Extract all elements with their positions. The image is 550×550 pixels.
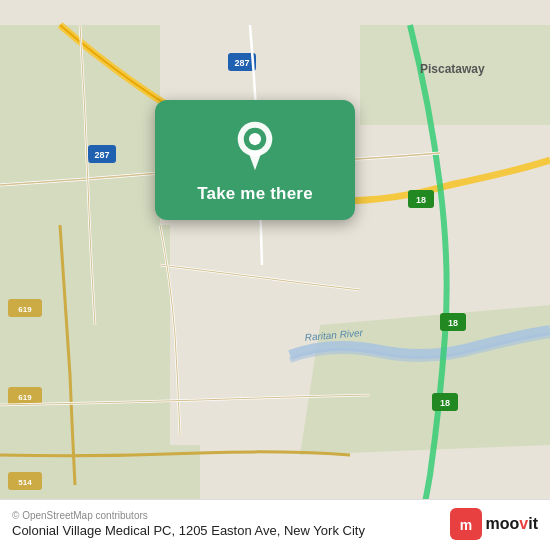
svg-text:619: 619: [18, 305, 32, 314]
map-container: 287 287 18 18 18 619 619 514: [0, 0, 550, 550]
svg-text:m: m: [459, 517, 471, 533]
svg-text:619: 619: [18, 393, 32, 402]
location-title: Colonial Village Medical PC, 1205 Easton…: [12, 523, 365, 538]
svg-marker-3: [300, 305, 550, 455]
take-me-button[interactable]: Take me there: [197, 184, 313, 204]
moovit-logo-icon: m: [450, 508, 482, 540]
svg-marker-24: [248, 151, 262, 170]
svg-text:18: 18: [448, 318, 458, 328]
svg-rect-1: [0, 225, 170, 445]
svg-text:18: 18: [416, 195, 426, 205]
moovit-brand-text: moovit: [486, 515, 538, 533]
svg-text:287: 287: [94, 150, 109, 160]
piscataway-label: Piscataway: [420, 62, 485, 76]
svg-text:514: 514: [18, 478, 32, 487]
bottom-bar: © OpenStreetMap contributors Colonial Vi…: [0, 499, 550, 550]
location-pin-icon: [229, 120, 281, 172]
moovit-logo: m moovit: [450, 508, 538, 540]
map-svg: 287 287 18 18 18 619 619 514: [0, 0, 550, 550]
svg-text:287: 287: [234, 58, 249, 68]
attribution-text: © OpenStreetMap contributors: [12, 510, 365, 521]
svg-text:18: 18: [440, 398, 450, 408]
svg-rect-0: [0, 25, 160, 225]
location-info: © OpenStreetMap contributors Colonial Vi…: [12, 510, 365, 538]
svg-point-23: [249, 133, 261, 145]
take-me-card: Take me there: [155, 100, 355, 220]
